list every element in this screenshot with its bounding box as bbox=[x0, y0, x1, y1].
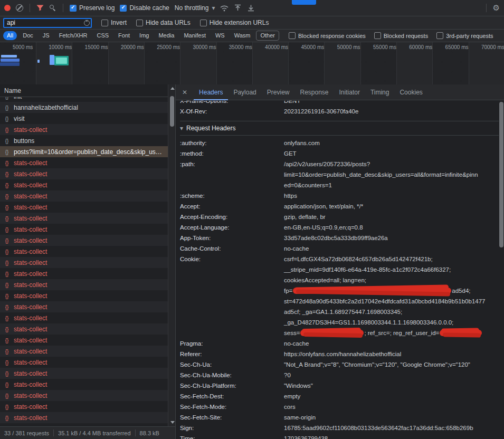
tab-payload[interactable]: Payload bbox=[228, 84, 261, 100]
request-row[interactable]: stats-collect bbox=[0, 202, 168, 213]
scrollbar-thumb[interactable] bbox=[499, 102, 503, 247]
type-filter-css[interactable]: CSS bbox=[93, 31, 112, 40]
timeline-label: 55000 ms bbox=[373, 44, 396, 50]
header-name: :path: bbox=[180, 159, 284, 190]
type-filter-media[interactable]: Media bbox=[155, 31, 178, 40]
tab-timing[interactable]: Timing bbox=[365, 84, 395, 100]
hide-extension-urls-label: Hide extension URLs bbox=[210, 19, 269, 26]
type-filter-js[interactable]: JS bbox=[39, 31, 53, 40]
timeline-label: 20000 ms bbox=[121, 44, 144, 50]
network-overview-timeline[interactable]: 5000 ms10000 ms15000 ms20000 ms25000 ms3… bbox=[0, 42, 504, 85]
request-row[interactable]: stats-collect bbox=[0, 379, 168, 390]
network-conditions-icon[interactable] bbox=[220, 5, 229, 12]
script-resource-icon bbox=[3, 182, 11, 189]
request-row[interactable]: stats-collect bbox=[0, 346, 168, 357]
request-row[interactable]: stats-collect bbox=[0, 301, 168, 312]
hide-extension-urls-checkbox[interactable]: Hide extension URLs bbox=[200, 19, 269, 26]
type-filter-ws[interactable]: WS bbox=[212, 31, 229, 40]
details-scrollbar[interactable] bbox=[499, 101, 504, 439]
disable-cache-checkbox[interactable]: Disable cache bbox=[120, 4, 169, 12]
timeline-label: 65000 ms bbox=[445, 44, 469, 50]
blocked-response-cookies-checkbox[interactable]: Blocked response cookies bbox=[289, 32, 366, 39]
scrollbar-thumb[interactable] bbox=[170, 96, 174, 127]
preserve-log-checkbox[interactable]: Preserve log bbox=[70, 4, 115, 12]
header-value: gzip, deflate, br bbox=[284, 212, 499, 222]
type-filter-wasm[interactable]: Wasm bbox=[231, 31, 254, 40]
scroll-down-arrow-icon[interactable] bbox=[170, 421, 175, 424]
search-icon[interactable] bbox=[49, 4, 56, 12]
request-row[interactable]: stats-collect bbox=[0, 168, 168, 179]
type-filter-all[interactable]: All bbox=[3, 31, 17, 40]
throttling-dropdown[interactable]: No throttling bbox=[175, 4, 215, 12]
timeline-label: 35000 ms bbox=[229, 44, 252, 50]
request-row[interactable]: stats-collect bbox=[0, 312, 168, 323]
devtools-network-panel: Preserve log Disable cache No throttling bbox=[0, 0, 504, 439]
script-resource-icon bbox=[3, 414, 11, 422]
import-har-icon[interactable] bbox=[234, 4, 242, 12]
blocked-requests-checkbox[interactable]: Blocked requests bbox=[374, 32, 428, 39]
header-name: Referer: bbox=[180, 349, 284, 359]
request-row[interactable]: stats-collect bbox=[0, 279, 168, 290]
3rd-party-requests-checkbox[interactable]: 3rd-party requests bbox=[436, 32, 493, 39]
request-row[interactable]: stats-collect bbox=[0, 224, 168, 235]
tab-response[interactable]: Response bbox=[294, 84, 334, 100]
request-row[interactable]: stats-collect bbox=[0, 268, 168, 279]
type-filter-fetch-xhr[interactable]: Fetch/XHR bbox=[55, 31, 91, 40]
request-row[interactable]: stats-collect bbox=[0, 357, 168, 368]
tab-initiator[interactable]: Initiator bbox=[334, 84, 365, 100]
tab-preview[interactable]: Preview bbox=[262, 84, 295, 100]
request-row[interactable]: stats-collect bbox=[0, 157, 168, 168]
request-row[interactable]: stats-collect bbox=[0, 290, 168, 301]
name-column-header[interactable]: Name bbox=[0, 84, 175, 97]
request-row[interactable]: hannahelizabethofficial bbox=[0, 102, 168, 113]
request-row[interactable]: stats-collect bbox=[0, 257, 168, 268]
request-row[interactable]: stats-collect bbox=[0, 401, 168, 412]
header-value-text: ; ref_src=; reg_ref_user_id= bbox=[364, 330, 439, 336]
request-row[interactable]: stats-collect bbox=[0, 124, 168, 135]
clear-network-log-button[interactable] bbox=[16, 4, 23, 12]
checkbox-unchecked-icon bbox=[374, 32, 381, 39]
hide-data-urls-checkbox[interactable]: Hide data URLs bbox=[136, 19, 191, 26]
type-filter-manifest[interactable]: Manifest bbox=[180, 31, 210, 40]
timeline-gridline bbox=[360, 42, 361, 84]
request-row[interactable]: stats-collect bbox=[0, 179, 168, 190]
header-value: en-GB,en-US;q=0.9,en;q=0.8 bbox=[284, 222, 499, 233]
scroll-up-arrow-icon[interactable] bbox=[170, 87, 175, 90]
request-row[interactable]: stats-collect bbox=[0, 335, 168, 346]
request-row[interactable]: stats-collect bbox=[0, 412, 168, 423]
clear-filter-icon[interactable] bbox=[84, 20, 90, 26]
request-row[interactable]: init bbox=[0, 97, 168, 102]
tab-cookies[interactable]: Cookies bbox=[394, 84, 427, 100]
request-list-scrollbar[interactable] bbox=[168, 84, 175, 426]
type-filter-doc[interactable]: Doc bbox=[19, 31, 37, 40]
record-button[interactable] bbox=[4, 5, 11, 11]
type-filter-other[interactable]: Other bbox=[256, 31, 279, 41]
timeline-label: 30000 ms bbox=[193, 44, 216, 50]
header-name: Accept-Language: bbox=[180, 222, 284, 233]
header-value: "Windows" bbox=[284, 380, 499, 391]
request-row[interactable]: posts?limit=10&order=publish_date_desc&s… bbox=[0, 146, 168, 157]
request-row[interactable]: stats-collect bbox=[0, 246, 168, 257]
request-row[interactable]: stats-collect bbox=[0, 323, 168, 335]
type-filter-img[interactable]: Img bbox=[136, 31, 153, 40]
invert-checkbox[interactable]: Invert bbox=[101, 19, 127, 26]
request-row[interactable]: visit bbox=[0, 113, 168, 124]
header-row: Sec-Ch-Ua:"Not_A Brand";v="8", "Chromium… bbox=[180, 359, 499, 370]
filter-input[interactable] bbox=[3, 18, 92, 28]
request-row[interactable]: stats-collect bbox=[0, 190, 168, 202]
request-headers-section-header[interactable]: Request Headers bbox=[180, 121, 499, 136]
waterfall-bar bbox=[0, 62, 20, 66]
export-har-icon[interactable] bbox=[247, 4, 255, 12]
request-row[interactable]: stats-collect bbox=[0, 213, 168, 224]
settings-gear-icon[interactable] bbox=[493, 3, 500, 13]
script-resource-icon bbox=[3, 159, 11, 167]
request-row[interactable]: stats-collect bbox=[0, 235, 168, 246]
request-row[interactable]: stats-collect bbox=[0, 390, 168, 401]
script-resource-icon bbox=[3, 248, 11, 255]
request-row[interactable]: stats-collect bbox=[0, 368, 168, 379]
close-icon[interactable] bbox=[176, 89, 194, 96]
type-filter-font[interactable]: Font bbox=[115, 31, 134, 40]
tab-headers[interactable]: Headers bbox=[194, 84, 228, 100]
filter-icon[interactable] bbox=[36, 5, 44, 11]
request-row[interactable]: buttons bbox=[0, 135, 168, 146]
